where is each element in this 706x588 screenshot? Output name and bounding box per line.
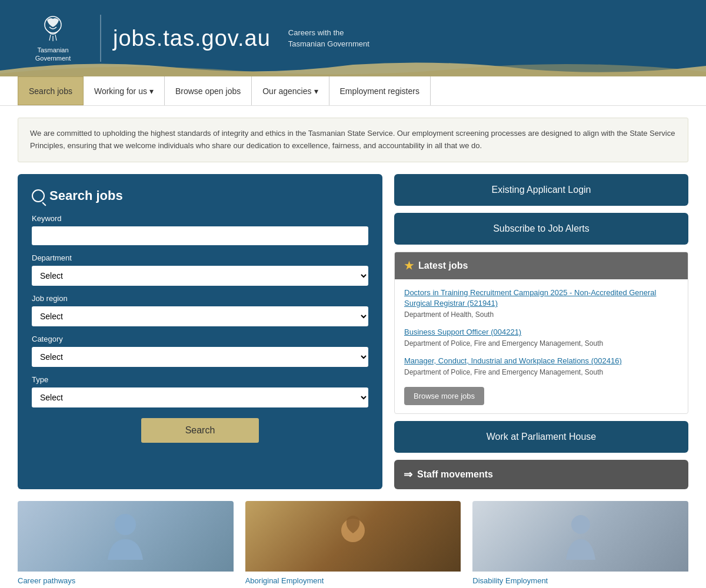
work-at-parliament-house-button[interactable]: Work at Parliament House bbox=[394, 421, 688, 453]
browse-more-jobs-button[interactable]: Browse more jobs bbox=[404, 387, 484, 405]
existing-applicant-login-button[interactable]: Existing Applicant Login bbox=[394, 174, 688, 206]
nav-browse-open-jobs[interactable]: Browse open jobs bbox=[165, 76, 252, 105]
category-label: Category bbox=[32, 335, 368, 343]
nav-our-agencies[interactable]: Our agencies ▾ bbox=[252, 76, 329, 105]
svg-point-1 bbox=[115, 514, 136, 535]
job-dept-2: Department of Police, Fire and Emergency… bbox=[404, 339, 678, 348]
card-label-2[interactable]: Aboriginal Employment bbox=[245, 572, 461, 585]
nav-working-for-us[interactable]: Working for us ▾ bbox=[84, 76, 165, 105]
card-image-2 bbox=[245, 501, 461, 572]
arrows-icon: ⇒ bbox=[404, 468, 412, 481]
person-silhouette-3 bbox=[557, 507, 604, 566]
job-item: Doctors in Training Recruitment Campaign… bbox=[404, 288, 678, 319]
keyword-label: Keyword bbox=[32, 214, 368, 223]
main-content: Search jobs Keyword Department Select Jo… bbox=[0, 174, 706, 502]
card-label-3[interactable]: Disability Employment bbox=[472, 572, 688, 585]
job-link-2[interactable]: Business Support Officer (004221) bbox=[404, 327, 678, 338]
header-wave bbox=[0, 59, 706, 76]
search-panel-title: Search jobs bbox=[32, 188, 368, 203]
nav-search-jobs[interactable]: Search jobs bbox=[18, 76, 84, 105]
svg-point-3 bbox=[571, 515, 590, 534]
cards-row: Career pathways Aboriginal Employment Di… bbox=[0, 501, 706, 588]
type-label: Type bbox=[32, 375, 368, 384]
card-disability-employment: Disability Employment bbox=[472, 501, 688, 585]
category-group: Category Select bbox=[32, 335, 368, 367]
type-select[interactable]: Select bbox=[32, 387, 368, 407]
search-button[interactable]: Search bbox=[141, 418, 259, 443]
card-career-pathways: Career pathways bbox=[18, 501, 234, 585]
site-title: jobs.tas.gov.au bbox=[113, 26, 271, 51]
department-group: Department Select bbox=[32, 253, 368, 286]
search-icon bbox=[32, 189, 45, 202]
search-panel: Search jobs Keyword Department Select Jo… bbox=[18, 174, 382, 490]
type-group: Type Select bbox=[32, 375, 368, 407]
card-image-1 bbox=[18, 501, 234, 572]
job-link-3[interactable]: Manager, Conduct, Industrial and Workpla… bbox=[404, 356, 678, 366]
job-dept-1: Department of Health, South bbox=[404, 310, 678, 319]
department-select[interactable]: Select bbox=[32, 266, 368, 286]
keyword-input[interactable] bbox=[32, 226, 368, 245]
header-divider bbox=[100, 15, 101, 62]
chevron-down-icon: ▾ bbox=[149, 86, 154, 96]
logo-icon bbox=[35, 14, 71, 44]
job-item: Manager, Conduct, Industrial and Workpla… bbox=[404, 356, 678, 376]
latest-jobs-body: Doctors in Training Recruitment Campaign… bbox=[395, 279, 688, 414]
card-label-1[interactable]: Career pathways bbox=[18, 572, 234, 585]
job-region-group: Job region Select bbox=[32, 294, 368, 326]
person-silhouette-1 bbox=[102, 507, 149, 566]
nav-bar: Search jobs Working for us ▾ Browse open… bbox=[0, 76, 706, 106]
job-item: Business Support Officer (004221) Depart… bbox=[404, 327, 678, 348]
chevron-down-icon: ▾ bbox=[314, 86, 318, 96]
right-sidebar: Existing Applicant Login Subscribe to Jo… bbox=[394, 174, 688, 490]
department-label: Department bbox=[32, 253, 368, 262]
staff-movements-panel[interactable]: ⇒ Staff movements bbox=[394, 460, 688, 489]
job-region-select[interactable]: Select bbox=[32, 306, 368, 326]
logo-area: Tasmanian Government bbox=[18, 14, 88, 63]
card-aboriginal-employment: Aboriginal Employment bbox=[245, 501, 461, 585]
job-link-1[interactable]: Doctors in Training Recruitment Campaign… bbox=[404, 288, 678, 309]
card-image-3 bbox=[472, 501, 688, 572]
latest-jobs-header: ★ Latest jobs bbox=[395, 252, 688, 279]
header: Tasmanian Government jobs.tas.gov.au Car… bbox=[0, 0, 706, 76]
job-region-label: Job region bbox=[32, 294, 368, 303]
category-select[interactable]: Select bbox=[32, 347, 368, 367]
site-subtitle: Careers with the Tasmanian Government bbox=[288, 27, 369, 50]
star-icon: ★ bbox=[404, 259, 414, 272]
job-dept-3: Department of Police, Fire and Emergency… bbox=[404, 368, 678, 376]
aboriginal-art-icon bbox=[329, 507, 377, 566]
info-banner: We are committed to upholding the highes… bbox=[18, 118, 688, 162]
subscribe-job-alerts-button[interactable]: Subscribe to Job Alerts bbox=[394, 213, 688, 245]
keyword-group: Keyword bbox=[32, 214, 368, 245]
nav-employment-registers[interactable]: Employment registers bbox=[329, 76, 431, 105]
latest-jobs-panel: ★ Latest jobs Doctors in Training Recrui… bbox=[394, 252, 688, 415]
